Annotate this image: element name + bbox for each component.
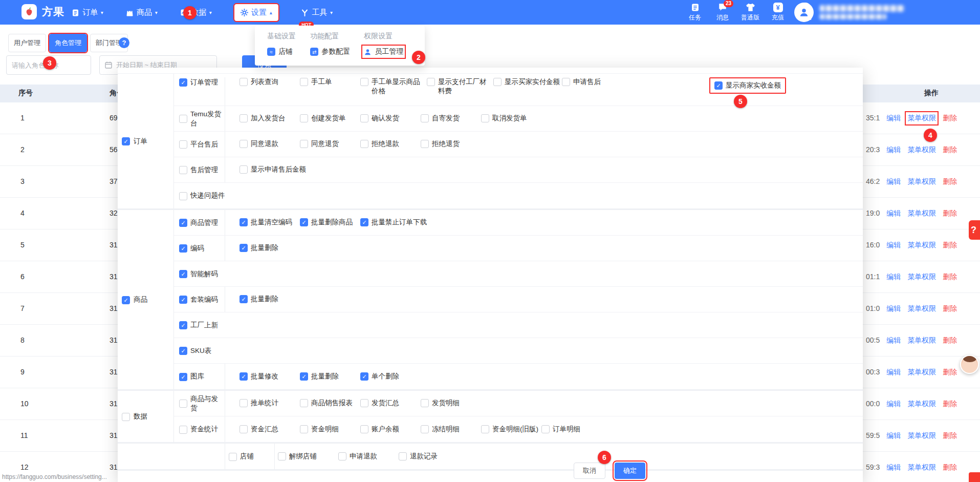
checkbox-unchecked[interactable] <box>179 426 187 434</box>
menu-permission-link[interactable]: 菜单权限 <box>907 177 936 186</box>
checkbox-unchecked[interactable] <box>278 452 286 460</box>
recharge-button[interactable]: ¥ 充值 <box>767 2 789 22</box>
checkbox-unchecked[interactable] <box>360 140 368 148</box>
menu-permission-link[interactable]: 菜单权限 <box>907 241 936 250</box>
checkbox-unchecked[interactable] <box>239 399 248 407</box>
delete-link[interactable]: 删除 <box>943 273 957 282</box>
checkbox-unchecked[interactable] <box>239 165 248 174</box>
edit-link[interactable]: 编辑 <box>886 273 901 282</box>
checkbox-checked[interactable]: ✓ <box>179 373 187 381</box>
edit-link[interactable]: 编辑 <box>886 336 901 345</box>
menu-orders[interactable]: 订单▾ <box>72 8 103 17</box>
delete-link[interactable]: 删除 <box>943 241 957 250</box>
checkbox-unchecked[interactable] <box>122 413 130 421</box>
delete-link[interactable]: 删除 <box>943 368 957 377</box>
menu-permission-link[interactable]: 菜单权限 <box>907 145 936 155</box>
checkbox-unchecked[interactable] <box>239 425 248 433</box>
edit-link[interactable]: 编辑 <box>886 241 901 250</box>
checkbox-checked[interactable]: ✓ <box>179 296 187 304</box>
checkbox-unchecked[interactable] <box>481 114 489 122</box>
checkbox-unchecked[interactable] <box>179 400 187 408</box>
checkbox-checked[interactable]: ✓ <box>300 218 308 226</box>
checkbox-unchecked[interactable] <box>421 425 429 433</box>
checkbox-unchecked[interactable] <box>239 140 248 148</box>
checkbox-checked[interactable]: ✓ <box>300 372 308 381</box>
menu-permission-link[interactable]: 菜单权限 <box>907 463 936 472</box>
checkbox-unchecked[interactable] <box>421 140 429 148</box>
checkbox-unchecked[interactable] <box>399 452 407 460</box>
checkbox-checked[interactable]: ✓ <box>179 347 187 355</box>
edit-link[interactable]: 编辑 <box>886 304 901 313</box>
edit-link[interactable]: 编辑 <box>886 431 901 441</box>
checkbox-unchecked[interactable] <box>229 453 237 461</box>
checkbox-unchecked[interactable] <box>421 114 429 122</box>
checkbox-checked[interactable]: ✓ <box>179 78 187 87</box>
checkbox-unchecked[interactable] <box>300 399 308 407</box>
checkbox-unchecked[interactable] <box>493 78 502 86</box>
checkbox-unchecked[interactable] <box>360 114 368 122</box>
cancel-button[interactable]: 取消 <box>574 463 605 479</box>
checkbox-unchecked[interactable] <box>541 425 550 433</box>
menu-permission-link[interactable]: 菜单权限 <box>907 336 936 345</box>
edit-link[interactable]: 编辑 <box>886 145 901 155</box>
checkbox-unchecked[interactable] <box>179 192 187 200</box>
checkbox-checked[interactable]: ✓ <box>179 321 187 329</box>
menu-permission-link[interactable]: 菜单权限 <box>907 114 936 123</box>
delete-link[interactable]: 删除 <box>943 209 957 218</box>
dropdown-item-parameter-config[interactable]: ⇄ 参数配置 <box>310 47 350 56</box>
edit-link[interactable]: 编辑 <box>886 368 901 377</box>
tab-user-management[interactable]: 用户管理 <box>8 34 46 52</box>
delete-link[interactable]: 删除 <box>943 304 957 313</box>
edit-link[interactable]: 编辑 <box>886 209 901 218</box>
checkbox-unchecked[interactable] <box>300 114 308 122</box>
checkbox-checked[interactable]: ✓ <box>122 137 130 145</box>
user-avatar[interactable] <box>794 3 814 22</box>
checkbox-checked[interactable]: ✓ <box>179 219 187 227</box>
checkbox-unchecked[interactable] <box>239 78 248 86</box>
customer-service-avatar[interactable] <box>960 355 979 374</box>
menu-permission-link[interactable]: 菜单权限 <box>907 273 936 282</box>
delete-link[interactable]: 删除 <box>943 463 957 472</box>
floating-help-button[interactable]: ? <box>969 220 980 240</box>
menu-permission-link[interactable]: 菜单权限 <box>907 400 936 409</box>
edit-link[interactable]: 编辑 <box>886 114 901 123</box>
edit-link[interactable]: 编辑 <box>886 463 901 472</box>
checkbox-unchecked[interactable] <box>360 399 368 407</box>
delete-link[interactable]: 删除 <box>943 177 957 186</box>
edit-link[interactable]: 编辑 <box>886 400 901 409</box>
delete-link[interactable]: 删除 <box>943 336 957 345</box>
checkbox-checked[interactable]: ✓ <box>239 372 248 381</box>
dropdown-item-employee-management[interactable]: 员工管理 <box>364 47 403 56</box>
delete-link[interactable]: 删除 <box>943 400 957 409</box>
checkbox-checked[interactable]: ✓ <box>239 218 248 226</box>
checkbox-unchecked[interactable] <box>300 78 308 86</box>
checkbox-checked[interactable]: ✓ <box>179 270 187 278</box>
menu-settings[interactable]: 设置▴ <box>234 4 278 21</box>
checkbox-unchecked[interactable] <box>421 399 429 407</box>
help-icon[interactable]: ? <box>119 37 129 48</box>
checkbox-checked[interactable]: ✓ <box>239 295 248 303</box>
menu-permission-link[interactable]: 菜单权限 <box>907 431 936 441</box>
delete-link[interactable]: 删除 <box>943 114 957 123</box>
edit-link[interactable]: 编辑 <box>886 177 901 186</box>
checkbox-unchecked[interactable] <box>338 452 346 460</box>
menu-permission-link[interactable]: 菜单权限 <box>907 368 936 377</box>
checkbox-checked[interactable]: ✓ <box>122 296 130 304</box>
menu-permission-link[interactable]: 菜单权限 <box>907 209 936 218</box>
tasks-button[interactable]: 任务 <box>684 2 706 22</box>
dropdown-item-shop[interactable]: ≈ 店铺 <box>267 47 293 56</box>
checkbox-unchecked[interactable] <box>360 78 368 86</box>
menu-permission-link[interactable]: 菜单权限 <box>907 304 936 313</box>
checkbox-unchecked[interactable] <box>481 425 489 433</box>
checkbox-unchecked[interactable] <box>427 78 435 86</box>
menu-tools[interactable]: 工具▾ HOT <box>301 8 333 17</box>
checkbox-unchecked[interactable] <box>239 114 248 122</box>
checkbox-checked[interactable]: ✓ <box>360 372 368 381</box>
delete-link[interactable]: 删除 <box>943 145 957 155</box>
checkbox-checked[interactable]: ✓ <box>179 244 187 253</box>
checkbox-checked[interactable]: ✓ <box>714 81 723 90</box>
messages-button[interactable]: 消息 23 <box>711 2 734 22</box>
plan-button[interactable]: 普通版 <box>739 2 761 22</box>
checkbox-unchecked[interactable] <box>179 115 187 123</box>
delete-link[interactable]: 删除 <box>943 431 957 441</box>
